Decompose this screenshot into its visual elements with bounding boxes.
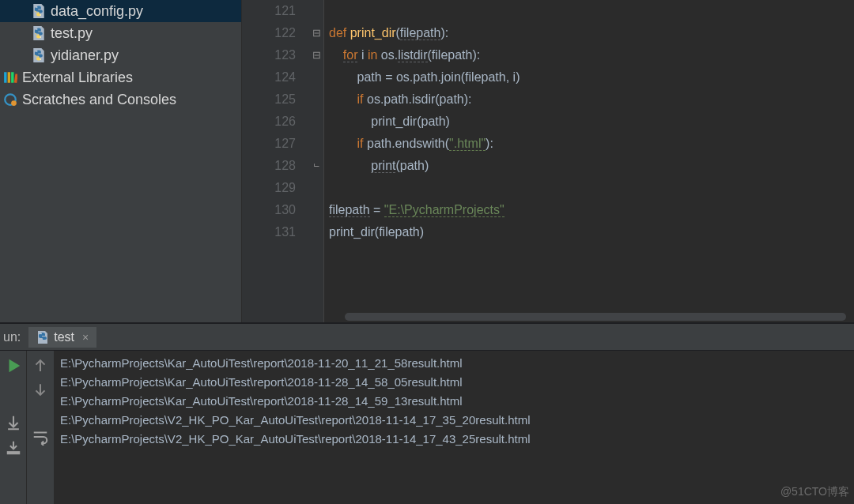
line-number: 127 [242, 133, 296, 155]
file-label: test.py [51, 25, 93, 42]
file-label: data_config.py [51, 3, 143, 20]
scratches-consoles[interactable]: Scratches and Consoles [0, 88, 241, 111]
python-file-icon [32, 4, 46, 18]
line-number-gutter: 121122123124125126127128129130131 [242, 0, 310, 322]
file-data_config-py[interactable]: data_config.py [0, 0, 241, 22]
code-line-122[interactable]: def print_dir(filepath): [329, 22, 854, 44]
rerun-button[interactable] [5, 357, 22, 374]
code-line-131[interactable]: print_dir(filepath) [329, 221, 854, 243]
file-label: yidianer.py [51, 47, 119, 64]
run-tab-bar: un: test × [0, 324, 854, 351]
down-button[interactable] [32, 381, 49, 398]
fold-marker[interactable]: ⊟ [312, 28, 321, 38]
horizontal-scrollbar[interactable] [345, 313, 846, 321]
svg-point-1 [40, 14, 41, 15]
line-number: 130 [242, 199, 296, 221]
svg-rect-13 [6, 451, 20, 454]
line-number: 125 [242, 88, 296, 111]
fold-column: ⊟⊟⌐ [310, 0, 324, 322]
code-line-126[interactable]: print_dir(path) [329, 111, 854, 133]
file-yidianer-py[interactable]: yidianer.py [0, 44, 241, 66]
code-line-123[interactable]: for i in os.listdir(filepath): [329, 44, 854, 66]
svg-point-11 [11, 100, 17, 106]
python-file-icon [32, 26, 46, 40]
code-line-121[interactable] [329, 0, 854, 22]
run-tab-label: test [54, 330, 74, 344]
code-line-125[interactable]: if os.path.isdir(path): [329, 88, 854, 111]
svg-rect-8 [11, 72, 13, 83]
python-file-icon [32, 48, 46, 62]
svg-point-3 [40, 36, 41, 37]
line-number: 129 [242, 177, 296, 199]
line-number: 122 [242, 22, 296, 44]
fold-marker[interactable]: ⌐ [312, 161, 321, 171]
run-toolbar-left [0, 351, 27, 504]
console-line: E:\PycharmProjects\Kar_AutoUiTest\report… [60, 354, 848, 373]
svg-point-5 [40, 58, 41, 59]
svg-rect-9 [14, 73, 17, 83]
code-area[interactable]: def print_dir(filepath): for i in os.lis… [324, 0, 854, 322]
svg-point-0 [36, 6, 37, 7]
external-libraries-label: External Libraries [22, 70, 133, 86]
export-button[interactable] [5, 439, 22, 457]
project-sidebar: data_config.pytest.pyyidianer.py Externa… [0, 0, 241, 322]
code-line-124[interactable]: path = os.path.join(filepath, i) [329, 66, 854, 88]
scratches-icon [3, 92, 17, 107]
svg-point-2 [36, 28, 37, 29]
code-line-130[interactable]: filepath = "E:\PycharmProjects" [329, 199, 854, 221]
run-tab-test[interactable]: test × [28, 327, 96, 348]
code-line-129[interactable] [329, 177, 854, 199]
line-number: 124 [242, 66, 296, 88]
run-panel: un: test × E:\PycharmProjects\Kar_AutoUi… [0, 322, 854, 504]
code-editor[interactable]: 121122123124125126127128129130131 ⊟⊟⌐ de… [241, 0, 854, 322]
console-output[interactable]: E:\PycharmProjects\Kar_AutoUiTest\report… [54, 351, 854, 504]
external-libraries[interactable]: External Libraries [0, 66, 241, 88]
code-line-127[interactable]: if path.endswith(".html"): [329, 133, 854, 155]
up-button[interactable] [32, 357, 49, 374]
console-line: E:\PycharmProjects\V2_HK_PO_Kar_AutoUiTe… [60, 430, 848, 449]
code-line-128[interactable]: print(path) [329, 155, 854, 177]
svg-point-4 [36, 51, 37, 51]
fold-marker[interactable]: ⊟ [312, 51, 321, 60]
python-file-icon [36, 331, 49, 344]
wrap-button[interactable] [32, 428, 49, 446]
line-number: 126 [242, 111, 296, 133]
line-number: 121 [242, 0, 296, 22]
close-tab-icon[interactable]: × [82, 331, 89, 344]
run-toolbar-right [27, 351, 54, 504]
line-number: 131 [242, 221, 296, 243]
step-button[interactable] [5, 414, 22, 431]
line-number: 123 [242, 44, 296, 66]
console-line: E:\PycharmProjects\Kar_AutoUiTest\report… [60, 373, 848, 392]
line-number: 128 [242, 155, 296, 177]
libraries-icon [3, 70, 17, 85]
run-label: un: [0, 330, 28, 344]
file-test-py[interactable]: test.py [0, 22, 241, 44]
watermark: @51CTO博客 [780, 485, 849, 499]
svg-rect-7 [8, 72, 10, 83]
scratches-label: Scratches and Consoles [22, 92, 176, 108]
console-line: E:\PycharmProjects\V2_HK_PO_Kar_AutoUiTe… [60, 411, 848, 430]
console-line: E:\PycharmProjects\Kar_AutoUiTest\report… [60, 392, 848, 411]
svg-rect-6 [4, 72, 6, 83]
svg-point-12 [41, 333, 42, 333]
